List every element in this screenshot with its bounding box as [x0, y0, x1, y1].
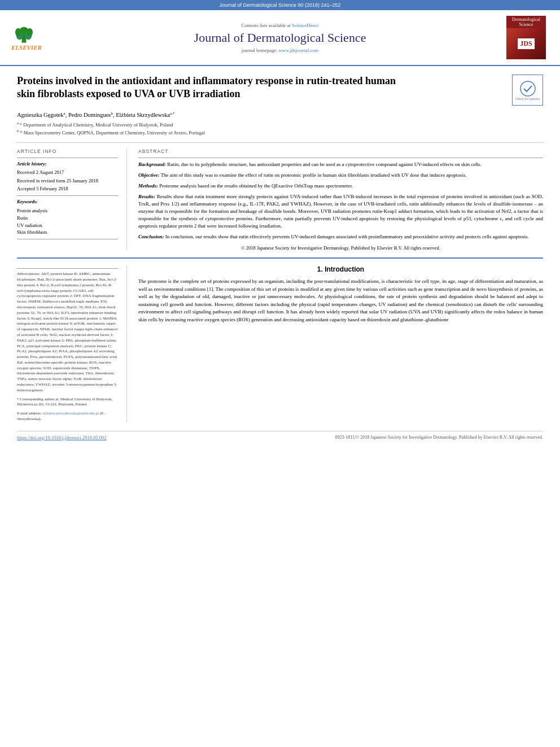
abstract-col: ABSTRACT Background: Rutin, due to its p… — [138, 148, 543, 251]
bottom-bar: https://doi.org/10.1016/j.jdermsci.2018.… — [17, 431, 543, 440]
received-revised-date: Received in revised form 25 January 2018 — [17, 178, 118, 185]
journal-reference-text: Journal of Dermatological Science 90 (20… — [219, 2, 340, 8]
keyword-4: Skin fibroblasts — [17, 229, 118, 236]
abstract-top-rule — [138, 158, 543, 158]
introduction-paragraph-1: The proteome is the complete set of prot… — [138, 278, 543, 324]
article-info-top-rule — [17, 158, 118, 158]
article-info-abstract-row: ARTICLE INFO Article history: Received 2… — [17, 148, 543, 251]
keywords-top-rule — [17, 195, 118, 196]
elsevier-tree-icon — [11, 24, 37, 44]
keyword-3: UV radiation — [17, 222, 118, 229]
abstract-copyright: © 2018 Japanese Society for Investigativ… — [138, 245, 543, 251]
keywords-list: Protein analysis Rutin UV radiation Skin… — [17, 207, 118, 236]
svg-point-5 — [27, 28, 33, 36]
abstract-methods: Methods: Proteome analysis based on the … — [138, 182, 543, 190]
introduction-section: Abbreviations: AKT, protein kinase B; AM… — [17, 265, 543, 422]
keywords-label: Keywords: — [17, 199, 118, 206]
check-updates-badge[interactable]: Check for updates — [512, 75, 543, 106]
abstract-results: Results: Results show that rutin treatme… — [138, 193, 543, 230]
affiliation-a: a ᵃ Department of Analytical Chemistry, … — [17, 121, 543, 129]
jds-cover-image: JDS — [506, 28, 546, 59]
elsevier-text: ELSEVIER — [11, 44, 42, 51]
article-info-col: ARTICLE INFO Article history: Received 2… — [17, 148, 127, 251]
journal-reference-bar: Journal of Dermatological Science 90 (20… — [0, 0, 560, 10]
authors-line: Agnieszka Gęgoteka, Pedro Dominguesb, El… — [17, 111, 543, 119]
accepted-date: Accepted 5 February 2018 — [17, 186, 118, 193]
main-content: Proteins involved in the antioxidant and… — [0, 66, 560, 446]
svg-point-6 — [520, 81, 535, 96]
article-title: Proteins involved in the antioxidant and… — [17, 75, 401, 101]
introduction-heading: 1. Introduction — [138, 265, 543, 273]
homepage-line: journal homepage: www.jdsjournal.com — [56, 47, 504, 53]
keyword-1: Protein analysis — [17, 207, 118, 215]
authors-text: Agnieszka Gęgoteka, Pedro Dominguesb, El… — [17, 112, 174, 118]
journal-header: ELSEVIER Contents lists available at Sci… — [0, 10, 560, 66]
received-date: Received 2 August 2017 — [17, 169, 118, 176]
issn-line: 0923-1811/© 2018 Japanese Society for In… — [335, 435, 543, 440]
contents-available-line: Contents lists available at ScienceDirec… — [56, 23, 504, 28]
doi-link[interactable]: https://doi.org/10.1016/j.jdermsci.2018.… — [17, 435, 107, 440]
article-info-label: ARTICLE INFO — [17, 148, 118, 154]
author-email-link[interactable]: elzbieta.skrzydlewska@umb.edu.pl — [43, 411, 99, 416]
abstract-section-label: ABSTRACT — [138, 148, 543, 154]
jds-logo: DermatologicalScience JDS — [504, 16, 549, 59]
footnotes-col: Abbreviations: AKT, protein kinase B; AM… — [17, 265, 127, 422]
keywords-bottom-rule — [17, 239, 118, 239]
history-label: Article history: — [17, 161, 118, 168]
keyword-2: Rutin — [17, 215, 118, 222]
svg-point-4 — [15, 28, 21, 36]
affiliation-b: b ᵇ Mass Spectrometry Center, QOPNA, Dep… — [17, 129, 543, 137]
sciencedirect-link[interactable]: ScienceDirect — [292, 23, 319, 28]
footnotes-top-rule — [17, 268, 118, 269]
journal-title: Journal of Dermatological Science — [56, 30, 504, 45]
affiliations: a ᵃ Department of Analytical Chemistry, … — [17, 121, 543, 136]
abstract-conclusion: Conclusion: In conclusion, our results s… — [138, 233, 543, 241]
homepage-url[interactable]: www.jdsjournal.com — [278, 47, 318, 53]
jds-badge: JDS — [517, 38, 535, 50]
abbreviations-text: Abbreviations: AKT, protein kinase B; AM… — [17, 272, 118, 394]
abstract-background: Background: Rutin, due to its polyphenol… — [138, 161, 543, 168]
check-updates-icon — [519, 80, 536, 97]
elsevier-logo: ELSEVIER — [11, 24, 56, 51]
corresponding-note: * Corresponding author at: Medical Unive… — [17, 397, 118, 408]
email-note: E-mail address: elzbieta.skrzydlewska@um… — [17, 411, 118, 422]
header-divider — [17, 142, 543, 143]
journal-header-center: Contents lists available at ScienceDirec… — [56, 23, 504, 53]
check-updates-label: Check for updates — [515, 97, 540, 101]
abstract-objective: Objective: The aim of this study was to … — [138, 172, 543, 179]
jds-logo-box: DermatologicalScience — [506, 16, 546, 28]
section-divider — [17, 257, 543, 259]
introduction-text-col: 1. Introduction The proteome is the comp… — [138, 265, 543, 422]
title-row: Proteins involved in the antioxidant and… — [17, 75, 543, 107]
